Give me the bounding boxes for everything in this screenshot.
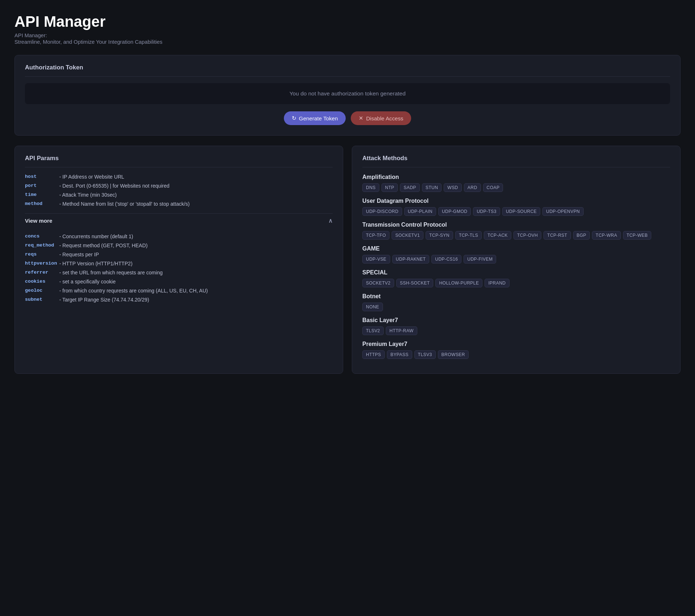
attack-method-tag[interactable]: NONE xyxy=(362,303,383,311)
attack-method-tag[interactable]: TCP-ACK xyxy=(484,231,511,240)
api-params-list: host- IP Address or Website URLport- Des… xyxy=(25,174,333,207)
param-key: httpversion xyxy=(25,261,59,266)
api-params-title: API Params xyxy=(25,155,333,167)
attack-method-tag[interactable]: ARD xyxy=(464,183,481,192)
param-item: req_method- Request method (GET, POST, H… xyxy=(25,243,333,248)
generate-token-button[interactable]: ↻ Generate Token xyxy=(284,111,346,125)
param-key: method xyxy=(25,201,59,207)
attack-category-title: Transmission Control Protocol xyxy=(362,222,670,228)
param-desc: - HTTP Version (HTTP1/HTTP2) xyxy=(59,261,132,266)
param-key: host xyxy=(25,174,59,180)
attack-method-tag[interactable]: UDP-FIVEM xyxy=(464,255,496,264)
param-desc: - IP Address or Website URL xyxy=(59,174,124,180)
attack-method-tag[interactable]: UDP-PLAIN xyxy=(404,207,436,216)
attack-method-tag[interactable]: SADP xyxy=(400,183,420,192)
attack-method-tag[interactable]: WSD xyxy=(444,183,461,192)
param-item: time- Attack Time (min 30sec) xyxy=(25,192,333,198)
param-key: cookies xyxy=(25,279,59,285)
attack-method-tag[interactable]: UDP-SOURCE xyxy=(502,207,540,216)
attack-methods-panel: Attack Methods AmplificationDNSNTPSADPST… xyxy=(352,146,681,374)
attack-category-title: Botnet xyxy=(362,293,670,300)
tag-list: DNSNTPSADPSTUNWSDARDCOAP xyxy=(362,183,670,192)
param-desc: - Method Name from list ('stop' or 'stop… xyxy=(59,201,189,207)
param-desc: - Request method (GET, POST, HEAD) xyxy=(59,243,148,248)
attack-method-tag[interactable]: UDP-VSE xyxy=(362,255,390,264)
api-params-panel: API Params host- IP Address or Website U… xyxy=(14,146,343,374)
attack-method-tag[interactable]: COAP xyxy=(483,183,503,192)
attack-method-tag[interactable]: BGP xyxy=(573,231,590,240)
attack-method-tag[interactable]: NTP xyxy=(381,183,398,192)
attack-category: Basic Layer7TLSV2HTTP-RAW xyxy=(362,317,670,335)
attack-method-tag[interactable]: UDP-OPENVPN xyxy=(542,207,583,216)
attack-method-tag[interactable]: HOLLOW-PURPLE xyxy=(435,279,482,287)
param-key: time xyxy=(25,192,59,198)
attack-method-tag[interactable]: TCP-OVH xyxy=(513,231,541,240)
param-key: subnet xyxy=(25,297,59,303)
param-desc: - Attack Time (min 30sec) xyxy=(59,192,117,198)
tag-list: NONE xyxy=(362,303,670,311)
param-item: cookies- set a specifically cookie xyxy=(25,279,333,285)
attack-method-tag[interactable]: DNS xyxy=(362,183,379,192)
param-key: reqs xyxy=(25,252,59,257)
tag-list: UDP-VSEUDP-RAKNETUDP-CS16UDP-FIVEM xyxy=(362,255,670,264)
attack-method-tag[interactable]: STUN xyxy=(422,183,442,192)
attack-category-title: Basic Layer7 xyxy=(362,317,670,324)
attack-category: Transmission Control ProtocolTCP-TFOSOCK… xyxy=(362,222,670,240)
disable-access-button[interactable]: ✕ Disable Access xyxy=(351,111,411,125)
attack-method-tag[interactable]: UDP-CS16 xyxy=(431,255,461,264)
param-item: host- IP Address or Website URL xyxy=(25,174,333,180)
attack-method-tag[interactable]: SOCKETV2 xyxy=(362,279,394,287)
param-item: geoloc- from which country requrests are… xyxy=(25,288,333,294)
attack-method-tag[interactable]: TCP-RST xyxy=(543,231,571,240)
close-icon: ✕ xyxy=(359,115,363,121)
param-key: req_method xyxy=(25,243,59,248)
tag-list: SOCKETV2SSH-SOCKETHOLLOW-PURPLEIPRAND xyxy=(362,279,670,287)
view-more-label: View more xyxy=(25,218,52,224)
attack-category-title: GAME xyxy=(362,245,670,252)
attack-methods-title: Attack Methods xyxy=(362,155,670,167)
disable-access-label: Disable Access xyxy=(366,115,403,121)
param-desc: - set the URL from which requests are co… xyxy=(59,270,163,275)
attack-categories: AmplificationDNSNTPSADPSTUNWSDARDCOAPUse… xyxy=(362,174,670,359)
param-key: concs xyxy=(25,234,59,239)
attack-method-tag[interactable]: TLSV2 xyxy=(362,326,384,335)
auth-token-empty-message: You do not have authorization token gene… xyxy=(25,83,670,104)
tag-list: UDP-DISCORDUDP-PLAINUDP-GMODUDP-TS3UDP-S… xyxy=(362,207,670,216)
param-key: port xyxy=(25,183,59,189)
param-desc: - Requests per IP xyxy=(59,252,99,257)
attack-method-tag[interactable]: TCP-TFO xyxy=(362,231,389,240)
attack-method-tag[interactable]: HTTP-RAW xyxy=(386,326,417,335)
param-item: subnet- Target IP Range Size (74.74.74.2… xyxy=(25,297,333,303)
view-more-button[interactable]: View more ∧ xyxy=(25,213,333,228)
attack-method-tag[interactable]: BYPASS xyxy=(387,350,412,359)
auth-card-title: Authorization Token xyxy=(25,64,670,77)
param-item: concs- Concurrents number (default 1) xyxy=(25,234,333,239)
param-desc: - from which country requrests are comin… xyxy=(59,288,208,294)
attack-method-tag[interactable]: IPRAND xyxy=(485,279,509,287)
attack-method-tag[interactable]: TCP-TLS xyxy=(455,231,482,240)
main-columns: API Params host- IP Address or Website U… xyxy=(14,146,681,374)
attack-category: User Datagram ProtocolUDP-DISCORDUDP-PLA… xyxy=(362,198,670,216)
attack-category-title: User Datagram Protocol xyxy=(362,198,670,204)
param-item: port- Dest. Port (0-65535) | for Website… xyxy=(25,183,333,189)
attack-method-tag[interactable]: BROWSER xyxy=(438,350,469,359)
param-desc: - set a specifically cookie xyxy=(59,279,116,285)
attack-method-tag[interactable]: TCP-WEB xyxy=(623,231,652,240)
attack-method-tag[interactable]: TCP-WRA xyxy=(592,231,621,240)
param-key: geoloc xyxy=(25,288,59,294)
attack-method-tag[interactable]: SOCKETV1 xyxy=(392,231,423,240)
auth-token-card: Authorization Token You do not have auth… xyxy=(14,55,681,136)
chevron-up-icon: ∧ xyxy=(328,217,333,224)
attack-method-tag[interactable]: UDP-GMOD xyxy=(438,207,471,216)
attack-method-tag[interactable]: UDP-TS3 xyxy=(473,207,500,216)
attack-method-tag[interactable]: SSH-SOCKET xyxy=(396,279,434,287)
attack-category: GAMEUDP-VSEUDP-RAKNETUDP-CS16UDP-FIVEM xyxy=(362,245,670,264)
attack-category: SPECIALSOCKETV2SSH-SOCKETHOLLOW-PURPLEIP… xyxy=(362,269,670,287)
attack-method-tag[interactable]: TLSV3 xyxy=(414,350,436,359)
page-subtitle-label: API Manager: xyxy=(14,33,681,38)
attack-method-tag[interactable]: TCP-SYN xyxy=(426,231,453,240)
attack-method-tag[interactable]: UDP-RAKNET xyxy=(392,255,430,264)
attack-method-tag[interactable]: HTTPS xyxy=(362,350,385,359)
attack-method-tag[interactable]: UDP-DISCORD xyxy=(362,207,402,216)
param-desc: - Concurrents number (default 1) xyxy=(59,234,133,239)
